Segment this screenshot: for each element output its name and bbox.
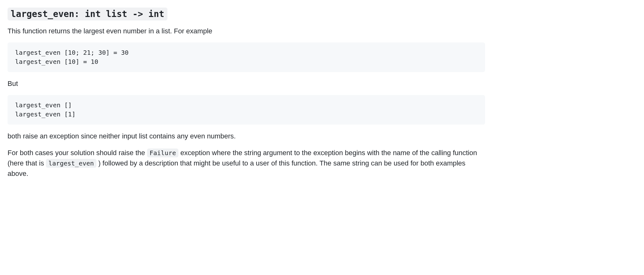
intro-paragraph: This function returns the largest even n…	[8, 26, 479, 36]
final-seg1: For both cases your solution should rais…	[8, 149, 147, 157]
signature-code: largest_even: int list -> int	[8, 8, 167, 20]
function-signature-heading: largest_even: int list -> int	[8, 8, 485, 21]
example-code-block-2: largest_even [] largest_even [1]	[8, 95, 485, 125]
failure-inline-code: Failure	[147, 149, 178, 157]
example-code-block-1: largest_even [10; 21; 30] = 30 largest_e…	[8, 42, 485, 72]
but-paragraph: But	[8, 78, 479, 89]
final-paragraph: For both cases your solution should rais…	[8, 148, 479, 179]
exception-paragraph: both raise an exception since neither in…	[8, 131, 479, 141]
largest-even-inline-code: largest_even	[46, 159, 96, 168]
document-content: largest_even: int list -> int This funct…	[8, 8, 485, 179]
